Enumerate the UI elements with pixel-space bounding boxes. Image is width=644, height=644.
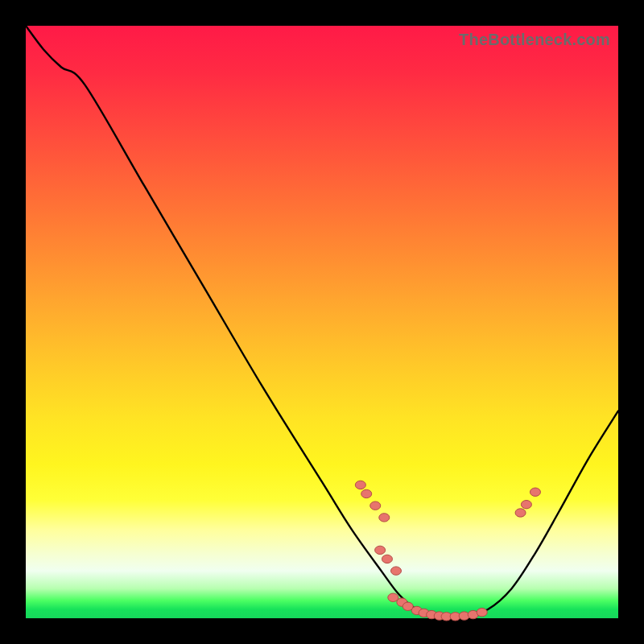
chart-stage: TheBottleneck.com <box>0 0 644 644</box>
curve-marker <box>370 502 381 510</box>
bottleneck-curve <box>26 26 618 617</box>
curve-marker <box>521 500 531 508</box>
curve-marker <box>391 567 402 575</box>
chart-overlay <box>26 26 618 618</box>
curve-marker <box>515 509 526 517</box>
curve-marker <box>355 481 365 489</box>
curve-marker <box>375 546 386 554</box>
curve-marker <box>379 514 390 522</box>
curve-marker <box>361 489 372 497</box>
curve-marker <box>382 555 392 563</box>
curve-markers <box>355 481 540 621</box>
curve-marker <box>388 593 398 601</box>
plot-area: TheBottleneck.com <box>26 26 618 618</box>
curve-marker <box>530 488 540 496</box>
curve-marker <box>477 608 487 616</box>
